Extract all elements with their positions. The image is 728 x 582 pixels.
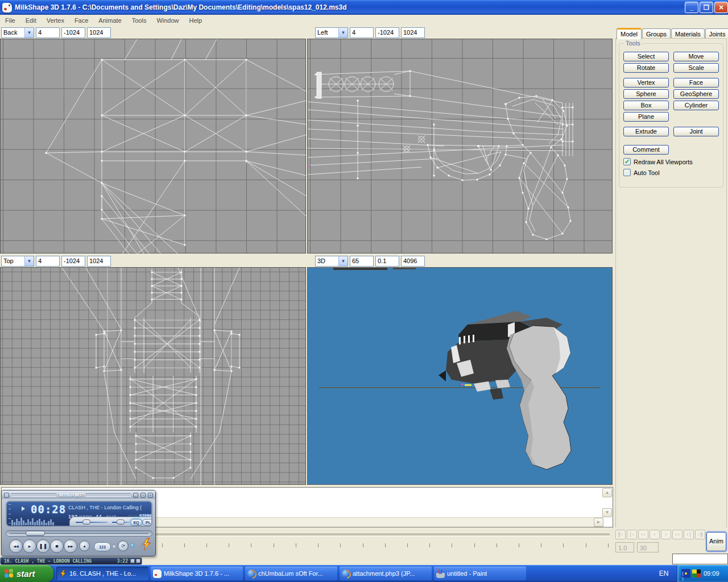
viewport-top-max-field[interactable]: [87, 256, 111, 267]
viewport-back-canvas[interactable]: [0, 39, 306, 253]
menu-vertex[interactable]: Vertex: [42, 16, 69, 25]
viewport-3d-fov-field[interactable]: [350, 256, 374, 267]
track-title[interactable]: CLASH , THE - London Calling (: [68, 505, 152, 510]
current-frame-field[interactable]: [615, 542, 634, 552]
tab-model[interactable]: Model: [617, 28, 642, 39]
anim-transport-5[interactable]: ››: [672, 530, 682, 539]
viewport-back-min-field[interactable]: [61, 27, 85, 38]
start-button[interactable]: start: [0, 565, 53, 582]
pause-button[interactable]: ❚❚: [36, 539, 50, 553]
chevron-down-icon[interactable]: ▼: [338, 256, 348, 266]
minimize-button[interactable]: _: [685, 2, 698, 13]
volume-slider[interactable]: [76, 522, 107, 523]
winamp-playlist-bar[interactable]: 16. CLASH , THE - LONDON CALLING 3:22: [0, 557, 142, 565]
tool-scale-button[interactable]: Scale: [673, 63, 719, 73]
anim-transport-2[interactable]: ‹‹: [638, 530, 648, 539]
viewport-top-mode-select[interactable]: Top ▼: [1, 256, 34, 267]
anim-toggle-button[interactable]: Anim: [706, 532, 726, 551]
seek-handle[interactable]: [26, 531, 45, 536]
chevron-down-icon[interactable]: ▼: [338, 28, 348, 38]
playlist-current-track[interactable]: 16. CLASH , THE - LONDON CALLING: [1, 559, 117, 564]
menu-help[interactable]: Help: [184, 16, 208, 25]
tool-cylinder-button[interactable]: Cylinder: [673, 101, 719, 110]
close-button[interactable]: ✕: [714, 2, 728, 13]
anim-transport-6[interactable]: ›|: [684, 530, 694, 539]
tool-sphere-button[interactable]: Sphere: [623, 89, 669, 99]
chevron-down-icon[interactable]: ▼: [24, 28, 34, 38]
taskbar-item-paint[interactable]: untitled - Paint: [434, 567, 526, 580]
eq-button[interactable]: EQ: [130, 519, 142, 526]
playback-time[interactable]: 00:28: [31, 503, 66, 516]
viewport-left-min-field[interactable]: [375, 27, 399, 38]
tool-plane-button[interactable]: Plane: [623, 112, 669, 122]
menu-file[interactable]: File: [0, 16, 20, 25]
shuffle-button[interactable]: 123: [94, 542, 111, 551]
viewport-top-canvas[interactable]: [0, 267, 306, 485]
scroll-right-icon[interactable]: ►: [594, 518, 603, 527]
viewport-back-max-field[interactable]: [87, 27, 111, 38]
menu-window[interactable]: Window: [151, 16, 184, 25]
menu-edit[interactable]: Edit: [20, 16, 42, 25]
menu-tools[interactable]: Tools: [127, 16, 152, 25]
viewport-top-grid-field[interactable]: [36, 256, 60, 267]
anim-transport-4[interactable]: ›: [661, 530, 671, 539]
auto-tool-checkbox[interactable]: [623, 169, 631, 176]
play-button[interactable]: ▸: [23, 539, 36, 553]
tool-joint-button[interactable]: Joint: [673, 127, 719, 136]
playlist-shade-icon[interactable]: [130, 559, 135, 563]
winamp-clutterbar[interactable]: [9, 504, 11, 523]
viewport-left-mode-select[interactable]: Left ▼: [315, 27, 348, 38]
restore-button[interactable]: ❐: [700, 2, 713, 13]
total-frames-field[interactable]: [637, 542, 659, 552]
repeat-button[interactable]: ⟳: [118, 541, 129, 551]
viewport-back-mode-select[interactable]: Back ▼: [1, 27, 34, 38]
winamp-minimize-icon[interactable]: _: [133, 493, 138, 498]
viewport-3d-mode-select[interactable]: 3D ▼: [315, 256, 348, 267]
scroll-up-icon[interactable]: ▲: [602, 488, 612, 497]
tool-move-button[interactable]: Move: [673, 52, 719, 61]
taskbar-item-firefox[interactable]: attachment.php3 (JP...: [340, 567, 432, 580]
viewport-left-canvas[interactable]: [307, 39, 613, 253]
chevron-down-icon[interactable]: ▼: [24, 256, 34, 266]
resize-grip[interactable]: [139, 542, 154, 555]
winamp-title-bar[interactable]: WINAMP _ ▫ x: [2, 490, 155, 499]
tool-box-button[interactable]: Box: [623, 101, 669, 110]
tool-vertex-button[interactable]: Vertex: [623, 78, 669, 88]
tool-comment-button[interactable]: Comment: [623, 145, 669, 155]
anim-transport-1[interactable]: |‹: [627, 530, 637, 539]
viewport-3d-near-field[interactable]: [375, 256, 399, 267]
viewport-back-grid-field[interactable]: [36, 27, 60, 38]
scroll-down-icon[interactable]: ▼: [602, 508, 612, 517]
anim-transport-3[interactable]: ‹: [650, 530, 660, 539]
viewport-left-grid-field[interactable]: [350, 27, 374, 38]
volume-knob[interactable]: [82, 519, 90, 525]
winamp-menu-icon[interactable]: [4, 493, 9, 498]
winamp-close-icon[interactable]: x: [148, 493, 153, 498]
tool-face-button[interactable]: Face: [673, 78, 719, 88]
viewport-top-min-field[interactable]: [61, 256, 85, 267]
winamp-display[interactable]: 00:28 CLASH , THE - London Calling ( 192…: [6, 501, 152, 527]
menu-face[interactable]: Face: [69, 16, 93, 25]
balance-slider[interactable]: [112, 522, 129, 523]
viewport-left-max-field[interactable]: [401, 27, 425, 38]
playlist-button[interactable]: PL: [142, 519, 152, 526]
spectrum-analyzer[interactable]: [11, 517, 64, 525]
winamp-shade-icon[interactable]: ▫: [140, 493, 146, 498]
volume-tray-icon[interactable]: [681, 569, 690, 578]
viewport-3d-far-field[interactable]: [401, 256, 425, 267]
previous-button[interactable]: ◂◂: [9, 539, 23, 553]
playlist-close-icon[interactable]: [136, 559, 140, 563]
winamp-window[interactable]: WINAMP _ ▫ x 00:28 CLASH , THE - London …: [1, 490, 156, 556]
tool-geosphere-button[interactable]: GeoSphere: [673, 89, 719, 99]
viewport-3d-canvas[interactable]: [307, 267, 613, 485]
taskbar-item-milkshape[interactable]: MilkShape 3D 1.7.6 - ...: [151, 567, 243, 580]
seek-bar[interactable]: [6, 530, 152, 537]
tool-select-button[interactable]: Select: [623, 52, 669, 61]
menu-animate[interactable]: Animate: [93, 16, 126, 25]
balance-knob[interactable]: [117, 519, 125, 525]
tool-extrude-button[interactable]: Extrude: [623, 127, 669, 136]
taskbar-item-winamp[interactable]: 16. CLASH , THE - Lo...: [56, 567, 148, 580]
redraw-all-viewports-checkbox[interactable]: ✓: [623, 158, 631, 165]
stop-button[interactable]: ■: [50, 539, 64, 553]
anim-transport-7[interactable]: ›‖: [695, 530, 705, 539]
